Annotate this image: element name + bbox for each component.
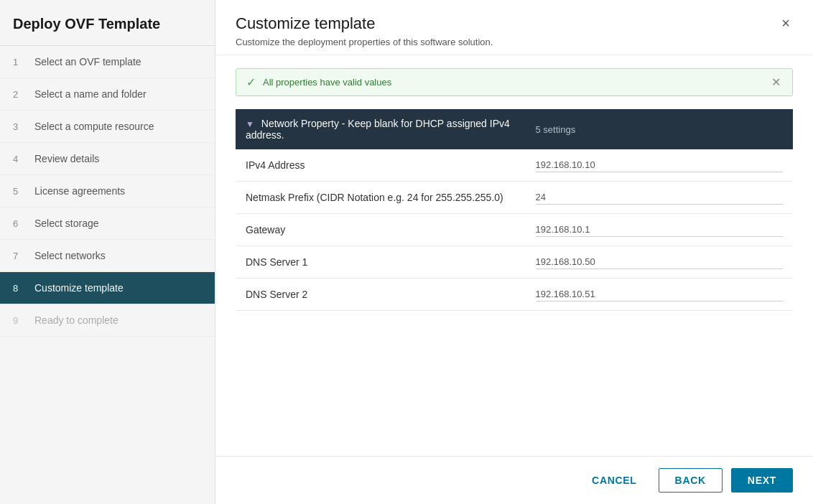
table-row: DNS Server 2 xyxy=(236,279,793,311)
prop-value-cell xyxy=(526,246,793,279)
sidebar-item-5[interactable]: 6Select storage xyxy=(0,207,215,240)
sidebar-item-label: Ready to complete xyxy=(34,314,119,326)
prop-name: DNS Server 2 xyxy=(236,279,526,311)
prop-value-input[interactable] xyxy=(536,190,783,205)
close-button[interactable]: × xyxy=(779,16,793,30)
prop-value-input[interactable] xyxy=(536,223,783,237)
prop-name: Netmask Prefix (CIDR Notation e.g. 24 fo… xyxy=(236,182,526,214)
main-body: ✓ All properties have valid values ✕ ▼ N… xyxy=(215,55,813,456)
main-content: Customize template Customize the deploym… xyxy=(215,0,813,504)
sidebar-title: Deploy OVF Template xyxy=(0,0,215,46)
step-num: 8 xyxy=(13,283,29,294)
prop-value-cell xyxy=(526,149,793,182)
sidebar-item-7[interactable]: 8Customize template xyxy=(0,272,215,304)
prop-value-cell xyxy=(526,182,793,214)
step-num: 3 xyxy=(13,121,29,132)
sidebar-item-6[interactable]: 7Select networks xyxy=(0,240,215,272)
step-num: 7 xyxy=(13,251,29,261)
sidebar-item-label: Customize template xyxy=(34,282,124,294)
sidebar-item-label: Select a name and folder xyxy=(34,88,147,100)
table-row: DNS Server 1 xyxy=(236,246,793,279)
prop-header-label: Network Property - Keep blank for DHCP a… xyxy=(246,118,510,141)
step-num: 4 xyxy=(13,154,29,164)
next-button[interactable]: NEXT xyxy=(731,468,793,493)
sidebar-item-label: Select storage xyxy=(34,218,99,229)
prop-name: IPv4 Address xyxy=(236,149,526,182)
sidebar-item-label: Review details xyxy=(34,153,99,164)
step-num: 6 xyxy=(13,218,29,229)
alert-close-button[interactable]: ✕ xyxy=(770,75,782,89)
sidebar-item-0[interactable]: 1Select an OVF template xyxy=(0,46,215,78)
prop-value-cell xyxy=(526,214,793,246)
step-num: 1 xyxy=(13,57,29,67)
step-num: 5 xyxy=(13,186,29,197)
cancel-button[interactable]: CANCEL xyxy=(579,469,650,492)
table-row: IPv4 Address xyxy=(236,149,793,182)
prop-value-cell xyxy=(526,279,793,311)
table-row: Gateway xyxy=(236,214,793,246)
main-subtitle: Customize the deployment properties of t… xyxy=(236,37,779,47)
prop-value-input[interactable] xyxy=(536,255,783,269)
sidebar-item-4[interactable]: 5License agreements xyxy=(0,175,215,207)
prop-name: Gateway xyxy=(236,214,526,246)
alert-bar: ✓ All properties have valid values ✕ xyxy=(236,68,793,96)
property-table: ▼ Network Property - Keep blank for DHCP… xyxy=(236,109,793,311)
alert-check-icon: ✓ xyxy=(246,75,256,89)
main-title: Customize template xyxy=(236,14,779,33)
sidebar-item-1[interactable]: 2Select a name and folder xyxy=(0,78,215,111)
toggle-arrow-icon: ▼ xyxy=(246,119,254,129)
sidebar: Deploy OVF Template 1Select an OVF templ… xyxy=(0,0,215,504)
settings-count: 5 settings xyxy=(526,109,793,149)
sidebar-item-2[interactable]: 3Select a compute resource xyxy=(0,111,215,143)
prop-name: DNS Server 1 xyxy=(236,246,526,279)
sidebar-item-label: Select an OVF template xyxy=(34,56,141,67)
main-header: Customize template Customize the deploym… xyxy=(215,0,813,55)
deploy-ovf-modal: Deploy OVF Template 1Select an OVF templ… xyxy=(0,0,813,504)
modal-footer: CANCEL BACK NEXT xyxy=(215,456,813,504)
prop-value-input[interactable] xyxy=(536,287,783,302)
sidebar-item-label: Select a compute resource xyxy=(34,121,154,132)
table-row: Netmask Prefix (CIDR Notation e.g. 24 fo… xyxy=(236,182,793,214)
step-num: 9 xyxy=(13,315,29,326)
prop-header-toggle[interactable]: ▼ Network Property - Keep blank for DHCP… xyxy=(236,109,526,149)
sidebar-item-label: Select networks xyxy=(34,250,106,261)
prop-header-row[interactable]: ▼ Network Property - Keep blank for DHCP… xyxy=(236,109,793,149)
prop-value-input[interactable] xyxy=(536,158,783,172)
alert-text: All properties have valid values xyxy=(263,77,770,88)
sidebar-item-label: License agreements xyxy=(34,185,125,197)
back-button[interactable]: BACK xyxy=(659,468,723,493)
step-num: 2 xyxy=(13,89,29,100)
sidebar-item-8: 9Ready to complete xyxy=(0,304,215,337)
sidebar-item-3[interactable]: 4Review details xyxy=(0,143,215,175)
